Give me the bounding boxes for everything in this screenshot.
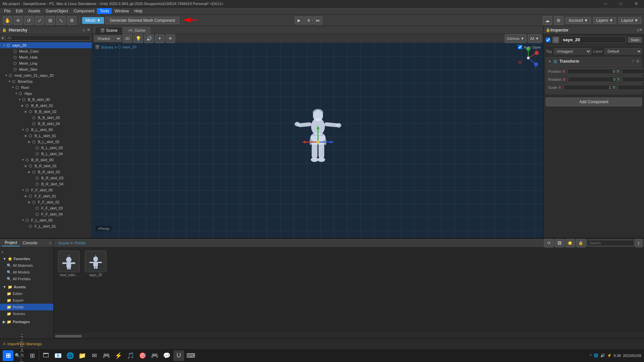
transform-header[interactable]: ▼ ⊞ Transform ? ⚙ xyxy=(546,57,642,66)
taskbar-icon-1[interactable]: 🗔 xyxy=(41,350,51,361)
menu-file[interactable]: File xyxy=(1,8,13,14)
layer-select[interactable]: Default xyxy=(604,48,642,54)
tree-item[interactable]: ▶ ⬡ B_L_skirt_01 xyxy=(0,133,92,139)
taskbar-icon-4[interactable]: 📁 xyxy=(77,350,88,361)
tree-item[interactable]: ⬡ Mesh_Ling xyxy=(0,60,92,66)
account-button[interactable]: Account ▼ xyxy=(566,17,591,24)
menu-window[interactable]: Window xyxy=(112,8,131,14)
transform-help-icon[interactable]: ? xyxy=(632,59,634,63)
hierarchy-menu-icon[interactable]: ≡ xyxy=(83,28,85,32)
tag-select[interactable]: Untagged xyxy=(554,48,591,54)
rotation-y-input[interactable] xyxy=(622,77,644,82)
toolbar-transform[interactable]: ⤡ xyxy=(56,16,66,25)
mesh-dropdown-button[interactable]: Mesh ▼ xyxy=(82,17,104,24)
assets-search-input[interactable] xyxy=(587,240,634,246)
tree-item[interactable]: ⬡ F_L_skirt_01 xyxy=(0,223,92,229)
prefab-folder[interactable]: 📁 Prefab xyxy=(0,304,53,310)
menu-gameobject[interactable]: GameObject xyxy=(43,8,71,14)
all-dropdown[interactable]: All ▼ xyxy=(528,34,541,43)
add-button[interactable]: + xyxy=(0,249,53,255)
taskbar-icon-7[interactable]: ⚡ xyxy=(113,350,124,361)
tree-item[interactable]: ▼ ⬡ BoneGrp xyxy=(0,78,92,84)
project-panel-menu[interactable]: ≡ xyxy=(49,241,51,245)
pause-button[interactable]: ⏸ xyxy=(304,16,313,24)
breadcrumb-scenes[interactable]: Scenes xyxy=(101,45,113,49)
gizmos-dropdown[interactable]: Gizmos ▼ xyxy=(505,34,527,43)
static-toggle-button[interactable]: Static xyxy=(628,37,642,43)
tree-item[interactable]: ▼ ⬡ F_F_skirt_00 xyxy=(0,187,92,193)
lock-icon[interactable]: 🔒 xyxy=(576,239,586,247)
inspector-lock-icon[interactable]: 🔒 xyxy=(546,28,550,32)
generate-skinned-mesh-button[interactable]: Generate Skinned Mesh Component xyxy=(105,17,179,24)
layers-button[interactable]: Layers ▼ xyxy=(593,17,616,24)
menu-tools[interactable]: Tools xyxy=(97,8,112,14)
hierarchy-close-icon[interactable]: ✕ xyxy=(87,28,90,32)
toolbar-hand[interactable]: ✋ xyxy=(3,16,12,25)
refresh-icon[interactable]: ↺ xyxy=(544,239,553,247)
packages-count[interactable]: 1 xyxy=(635,239,642,247)
taskbar-icon-9[interactable]: 🎯 xyxy=(137,350,148,361)
scale-y-input[interactable] xyxy=(618,85,644,90)
taskbar-icon-10[interactable]: 🎮 xyxy=(149,350,160,361)
tree-item[interactable]: ⬡ B_B_skirt_03 xyxy=(0,115,92,121)
all-materials-item[interactable]: 🔍 All Materials xyxy=(0,262,53,269)
star-icon[interactable]: ⭐ xyxy=(566,239,575,247)
tree-item[interactable]: ⬡ F_F_skirt_03 xyxy=(0,205,92,211)
search-taskbar-button[interactable]: 🔍 ここに入力して検索 xyxy=(15,350,25,361)
layout-button[interactable]: Layout ▼ xyxy=(618,17,641,24)
add-component-button[interactable]: Add Component xyxy=(546,98,642,106)
transform-gear-icon[interactable]: ⚙ xyxy=(636,59,640,64)
hierarchy-item-sayo20[interactable]: ▼ ⬡ sayo_20 xyxy=(0,42,92,48)
tree-item[interactable]: ⬡ Mesh_Cstm xyxy=(0,48,92,54)
tree-item[interactable]: ⬡ F_F_skirt_04 xyxy=(0,211,92,217)
inspector-close-icon[interactable]: ✕ xyxy=(639,28,642,32)
tree-item[interactable]: ▼ ⬡ mod_cstm_31_sayo_20 xyxy=(0,72,92,78)
tab-game[interactable]: 🎮 Game xyxy=(123,27,150,34)
tree-item[interactable]: ⬡ B_L_skirt_03 xyxy=(0,145,92,151)
cloud-icon[interactable]: ⚙ xyxy=(554,16,564,25)
hierarchy-search-input[interactable] xyxy=(5,35,91,41)
taskbar-icon-code[interactable]: ⌨ xyxy=(185,350,196,361)
menu-help[interactable]: Help xyxy=(131,8,145,14)
tree-item[interactable]: ▶ ⬡ B_B_skirt_01 xyxy=(0,103,92,109)
start-button[interactable]: ⊞ xyxy=(3,350,13,361)
tree-item[interactable]: ▼ ⬡ Hips xyxy=(0,90,92,97)
hierarchy-add-icon[interactable]: + xyxy=(1,35,4,41)
all-prefabs-item[interactable]: 🔍 All Prefabs xyxy=(0,276,53,282)
maximize-button[interactable]: □ xyxy=(613,0,629,7)
tab-project[interactable]: Project xyxy=(2,240,20,246)
menu-edit[interactable]: Edit xyxy=(13,8,25,14)
position-y-input[interactable] xyxy=(622,69,644,74)
asset-icon[interactable]: 🖼 xyxy=(555,239,564,247)
favorites-header[interactable]: ▼ ⭐ Favorites xyxy=(0,255,53,262)
tree-item[interactable]: ▶ ⬡ F_F_skirt_01 xyxy=(0,193,92,199)
minimize-button[interactable]: ─ xyxy=(598,0,613,7)
close-button[interactable]: ✕ xyxy=(629,0,644,7)
taskbar-icon-6[interactable]: 🎮 xyxy=(101,350,112,361)
export-folder[interactable]: 📁 Export xyxy=(0,297,53,304)
viewport[interactable]: 🎬 Scenes > ⬡ sayo_20 xyxy=(92,43,543,238)
position-x-input[interactable] xyxy=(567,69,616,74)
assets-header[interactable]: ▼ 📁 Assets xyxy=(0,284,53,290)
tree-item[interactable]: ⬡ B_B_skirt_04 xyxy=(0,121,92,127)
gizmo-widget[interactable]: X Y Z xyxy=(517,46,540,70)
tree-item[interactable]: ⬡ B_L_skirt_04 xyxy=(0,151,92,157)
object-name-field[interactable] xyxy=(561,36,626,43)
rotation-x-input[interactable] xyxy=(568,77,617,82)
assets-path-prefab[interactable]: Prefab xyxy=(75,241,86,245)
menu-component[interactable]: Component xyxy=(71,8,97,14)
shading-mode-select[interactable]: Shaded Wireframe xyxy=(94,36,121,42)
taskbar-icon-8[interactable]: 🎵 xyxy=(125,350,136,361)
tree-item[interactable]: ▼ ⬡ B_L_skirt_00 xyxy=(0,127,92,133)
object-active-checkbox[interactable] xyxy=(546,38,550,42)
tree-item[interactable]: ⬡ B_R_skirt_03 xyxy=(0,175,92,181)
toolbar-custom[interactable]: ⚙ xyxy=(67,16,76,25)
scenes-folder[interactable]: 📁 Scenes xyxy=(0,310,53,317)
toolbar-rotate[interactable]: ↺ xyxy=(24,16,34,25)
2d-toggle[interactable]: 2D xyxy=(123,34,132,43)
tree-item[interactable]: ▶ ⬡ B_R_skirt_01 xyxy=(0,163,92,169)
tab-console[interactable]: Console xyxy=(20,240,40,246)
taskbar-icon-unity[interactable]: U xyxy=(173,350,184,361)
tree-item[interactable]: ▼ ⬡ B_R_skirt_00 xyxy=(0,157,92,163)
tree-item[interactable]: ⬡ Mesh_Skin xyxy=(0,66,92,72)
